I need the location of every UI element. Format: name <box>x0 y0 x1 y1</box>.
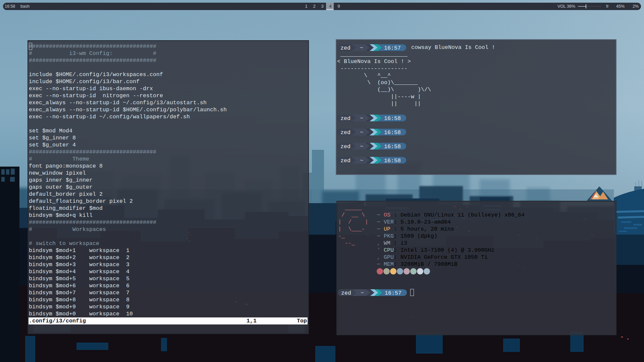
svg-text:16:58: 16:58 <box>384 143 401 150</box>
svg-text:zed: zed <box>340 115 351 122</box>
svg-text:~: ~ <box>360 158 363 164</box>
svg-text:zed: zed <box>340 143 351 150</box>
svg-text:~: ~ <box>360 129 363 136</box>
svg-text:16:57: 16:57 <box>385 290 401 296</box>
svg-text:16:58: 16:58 <box>384 129 401 136</box>
svg-text:16:58: 16:58 <box>384 115 401 122</box>
svg-text:zed: zed <box>340 158 351 164</box>
svg-text:zed: zed <box>340 129 351 136</box>
svg-text:zed: zed <box>340 45 351 51</box>
svg-text:16:58: 16:58 <box>384 158 401 164</box>
svg-text:zed: zed <box>341 290 351 296</box>
svg-text:~: ~ <box>360 45 363 51</box>
svg-text:~: ~ <box>360 143 363 150</box>
svg-text:16:57: 16:57 <box>384 45 401 51</box>
svg-text:~: ~ <box>360 115 363 122</box>
svg-text:~: ~ <box>361 290 364 296</box>
